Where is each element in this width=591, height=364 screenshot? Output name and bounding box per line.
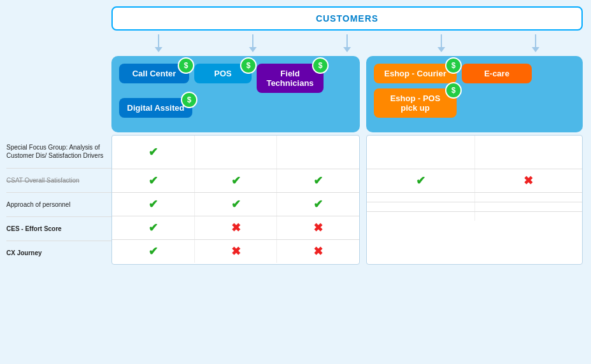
right-r3-c1: [367, 193, 475, 202]
dollar-icon: $: [184, 61, 189, 70]
cross-icon-1: ✖: [231, 221, 241, 235]
left-data-row-5: ✔ ✖ ✖: [112, 240, 359, 263]
left-r4-c3: ✖: [277, 216, 359, 239]
check-icon-10: ✔: [416, 174, 425, 188]
left-r1-c2: [195, 136, 278, 169]
call-center-card: $ Call Center: [119, 64, 189, 83]
field-tech-label: Field Technicians: [266, 69, 313, 88]
arrow-4: [436, 34, 446, 52]
pos-dollar: $: [240, 57, 257, 74]
right-r5-c1: [367, 212, 475, 221]
channel-row-2: $ Digital Assited: [119, 98, 352, 118]
left-data-panel: ✔ ✔ ✔ ✔ ✔ ✔ ✔: [111, 135, 360, 265]
dollar-icon-3: $: [318, 61, 323, 70]
ces-text: CES - Effort Score: [6, 225, 62, 233]
right-data-row-4: [367, 202, 582, 212]
channel-row-1: $ Call Center $ POS $ Field Technicians: [119, 64, 352, 93]
data-columns: ✔ ✔ ✔ ✔ ✔ ✔ ✔: [111, 135, 196, 265]
label-approach: Approach of personnel: [6, 192, 111, 216]
right-channel-row-2: $ Eshop - POS pick up: [374, 88, 575, 118]
pos-label: POS: [214, 69, 231, 78]
right-data-panel: ✔ ✖: [366, 135, 583, 265]
label-csat: CSAT Overall Satisfaction: [6, 168, 111, 192]
dollar-icon-2: $: [246, 61, 251, 70]
check-icon-8: ✔: [148, 221, 158, 235]
right-data-row-3: [367, 193, 582, 202]
eshop-courier-dollar: $: [445, 57, 462, 74]
right-data-row-5: [367, 212, 582, 221]
left-data-row-1: ✔: [112, 136, 359, 169]
right-data-row-1: [367, 136, 582, 169]
eshop-pos-card: $ Eshop - POS pick up: [374, 88, 457, 118]
left-r5-c2: ✖: [195, 240, 278, 263]
right-r2-c2: ✖: [475, 169, 583, 192]
left-data-row-4: ✔ ✖ ✖: [112, 216, 359, 240]
arrow-2: [248, 34, 258, 52]
pos-card: $ POS: [194, 64, 252, 83]
right-panel: $ Eshop - Courier E-care $ Eshop - POS p…: [366, 56, 583, 132]
cross-icon-4: ✖: [313, 244, 323, 258]
labels-column: Special Focus Group: Analysis of Custome…: [6, 135, 111, 265]
left-r2-c2: ✔: [195, 169, 278, 192]
table-rows-area: Special Focus Group: Analysis of Custome…: [6, 135, 585, 265]
left-r3-c2: ✔: [195, 193, 278, 216]
arrow-3: [342, 34, 352, 52]
cross-icon-5: ✖: [523, 174, 533, 188]
arrow-5: [530, 34, 541, 52]
panels-row: $ Call Center $ POS $ Field Technicians: [111, 56, 585, 132]
call-center-dollar: $: [178, 57, 194, 74]
eshop-courier-label: Eshop - Courier: [384, 69, 446, 78]
check-icon-7: ✔: [313, 197, 323, 211]
right-r5-c2: [475, 212, 583, 221]
left-r4-c2: ✖: [195, 216, 278, 239]
left-r2-c1: ✔: [112, 169, 195, 192]
ecare-card: E-care: [462, 64, 532, 83]
eshop-pos-dollar: $: [445, 82, 462, 99]
dollar-icon-4: $: [187, 95, 192, 104]
left-r4-c1: ✔: [112, 216, 195, 239]
special-focus-text: Special Focus Group: Analysis of Custome…: [6, 143, 106, 160]
page-container: CUSTOMERS $ Call Center: [0, 0, 591, 364]
dollar-icon-5: $: [452, 61, 456, 70]
check-icon: ✔: [148, 145, 158, 159]
left-r3-c1: ✔: [112, 193, 195, 216]
right-r4-c2: [475, 202, 583, 211]
left-r3-c3: ✔: [277, 193, 359, 216]
right-r2-c1: ✔: [367, 169, 475, 192]
right-r3-c2: [475, 193, 583, 202]
left-r5-c1: ✔: [112, 240, 195, 263]
call-center-label: Call Center: [132, 69, 176, 78]
csat-text: CSAT Overall Satisfaction: [6, 176, 80, 185]
right-r1-c2: [475, 136, 583, 169]
check-icon-4: ✔: [313, 174, 323, 188]
right-channel-row-1: $ Eshop - Courier E-care: [374, 64, 575, 83]
right-r4-c1: [367, 202, 475, 211]
digital-assisted-card: $ Digital Assited: [119, 98, 192, 118]
ecare-label: E-care: [484, 69, 509, 78]
dollar-icon-6: $: [452, 86, 456, 95]
left-r5-c3: ✖: [277, 240, 359, 263]
check-icon-9: ✔: [148, 244, 158, 258]
arrows-row: [111, 31, 583, 56]
right-data-row-2: ✔ ✖: [367, 169, 582, 193]
check-icon-6: ✔: [231, 197, 241, 211]
label-ces: CES - Effort Score: [6, 216, 111, 241]
field-tech-card: $ Field Technicians: [257, 64, 324, 93]
left-data-row-3: ✔ ✔ ✔: [112, 193, 359, 216]
left-data-row-2: ✔ ✔ ✔: [112, 169, 359, 193]
check-icon-5: ✔: [148, 197, 158, 211]
left-r2-c3: ✔: [277, 169, 359, 192]
check-icon-3: ✔: [231, 174, 241, 188]
arrow-1: [153, 34, 164, 52]
cross-icon-3: ✖: [231, 244, 241, 258]
left-r1-c1: ✔: [112, 136, 195, 169]
left-panel: $ Call Center $ POS $ Field Technicians: [111, 56, 360, 132]
customers-label: CUSTOMERS: [316, 13, 378, 24]
digital-assisted-label: Digital Assited: [127, 103, 185, 113]
eshop-courier-card: $ Eshop - Courier: [374, 64, 457, 83]
right-r1-c1: [367, 136, 475, 169]
content-area: CUSTOMERS $ Call Center: [6, 6, 585, 265]
approach-text: Approach of personnel: [6, 200, 71, 209]
check-icon-2: ✔: [148, 174, 158, 188]
label-cx-journey: CX Journey: [6, 241, 111, 265]
